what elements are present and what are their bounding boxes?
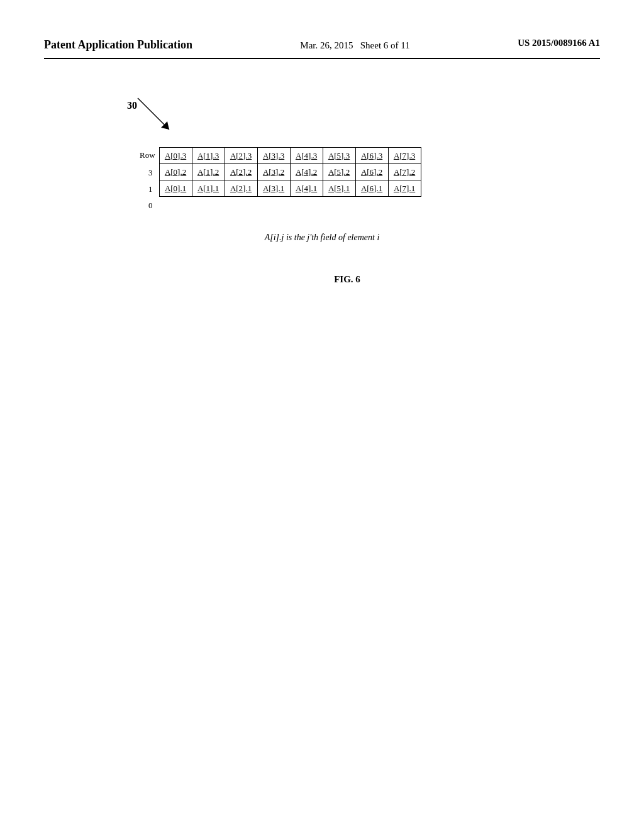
main-content: 30 Row 3 1 0: [44, 135, 600, 285]
cell-1-1: A[1].2: [192, 164, 225, 180]
reference-arrow-icon: [135, 95, 179, 139]
cell-2-7: A[7].1: [388, 180, 421, 197]
table-with-row-labels: Row 3 1 0 A[0].3 A[1].3 A[2].3 A[3].3 A[…: [140, 147, 504, 214]
cell-0-5: A[5].3: [323, 148, 355, 164]
table-row: A[0].2 A[1].2 A[2].2 A[3].2 A[4].2 A[5].…: [159, 164, 421, 180]
row-number-3: 3: [140, 165, 155, 181]
row-number-1: 1: [140, 181, 155, 197]
cell-0-0: A[0].3: [159, 148, 192, 164]
table-row: A[0].3 A[1].3 A[2].3 A[3].3 A[4].3 A[5].…: [159, 148, 421, 164]
header-sheet: Sheet 6 of 11: [360, 40, 410, 50]
patent-number: US 2015/0089166 A1: [518, 38, 600, 48]
row-labels-section: Row 3 1 0: [140, 147, 155, 214]
array-grid: A[0].3 A[1].3 A[2].3 A[3].3 A[4].3 A[5].…: [159, 147, 421, 197]
cell-2-0: A[0].1: [159, 180, 192, 197]
publication-title: Patent Application Publication: [44, 38, 192, 51]
cell-2-4: A[4].1: [290, 180, 323, 197]
header-title: Patent Application Publication: [44, 38, 192, 52]
reference-number-area: 30: [127, 100, 137, 111]
cell-2-2: A[2].1: [225, 180, 257, 197]
header-date: Mar. 26, 2015: [300, 40, 353, 50]
cell-1-0: A[0].2: [159, 164, 192, 180]
array-table: A[0].3 A[1].3 A[2].3 A[3].3 A[4].3 A[5].…: [159, 147, 421, 197]
cell-1-6: A[6].2: [355, 164, 388, 180]
page-header: Patent Application Publication Mar. 26, …: [44, 38, 600, 59]
row-number-0: 0: [140, 197, 155, 214]
cell-0-3: A[3].3: [257, 148, 290, 164]
cell-0-2: A[2].3: [225, 148, 257, 164]
cell-1-3: A[3].2: [257, 164, 290, 180]
cell-2-6: A[6].1: [355, 180, 388, 197]
table-row: A[0].1 A[1].1 A[2].1 A[3].1 A[4].1 A[5].…: [159, 180, 421, 197]
cell-0-7: A[7].3: [388, 148, 421, 164]
cell-1-4: A[4].2: [290, 164, 323, 180]
fig-label: FIG. 6: [140, 274, 555, 285]
cell-2-1: A[1].1: [192, 180, 225, 197]
cell-0-4: A[4].3: [290, 148, 323, 164]
cell-0-1: A[1].3: [192, 148, 225, 164]
header-center: Mar. 26, 2015 Sheet 6 of 11: [300, 38, 409, 53]
row-label-header: Row: [140, 147, 155, 163]
page-container: Patent Application Publication Mar. 26, …: [0, 0, 644, 830]
cell-2-3: A[3].1: [257, 180, 290, 197]
cell-0-6: A[6].3: [355, 148, 388, 164]
cell-2-5: A[5].1: [323, 180, 355, 197]
diagram-section: 30 Row 3 1 0: [140, 135, 504, 285]
diagram-caption: A[i].j is the j'th field of element i: [140, 233, 504, 243]
header-patent-number: US 2015/0089166 A1: [518, 38, 600, 48]
cell-1-7: A[7].2: [388, 164, 421, 180]
cell-1-5: A[5].2: [323, 164, 355, 180]
cell-1-2: A[2].2: [225, 164, 257, 180]
